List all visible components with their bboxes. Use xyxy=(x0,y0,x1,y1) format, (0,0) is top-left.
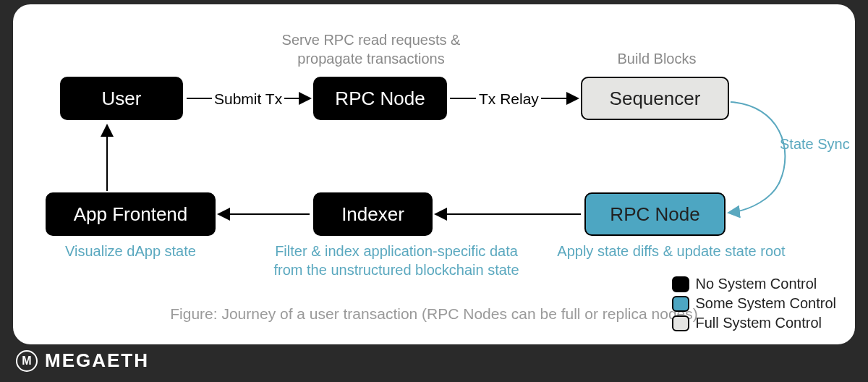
legend-row-no-control: No System Control xyxy=(672,276,836,292)
node-rpc-top: RPC Node xyxy=(313,77,447,120)
swatch-teal xyxy=(672,296,689,312)
node-rpc-bottom-label: RPC Node xyxy=(610,203,699,226)
node-indexer: Indexer xyxy=(313,192,433,236)
note-sequencer: Build Blocks xyxy=(584,49,729,68)
node-rpc-top-label: RPC Node xyxy=(335,88,425,110)
node-sequencer: Sequencer xyxy=(581,77,729,120)
note-rpc-bottom: Apply state diffs & update state root xyxy=(541,242,801,260)
brand-mark-icon: M xyxy=(16,350,38,372)
edge-state-sync-label: State Sync xyxy=(780,136,850,152)
swatch-black xyxy=(672,276,689,292)
note-app-frontend: Visualize dApp state xyxy=(46,242,216,260)
node-app-frontend: App Frontend xyxy=(46,192,216,236)
brand: M MEGAETH xyxy=(16,349,149,372)
legend: No System Control Some System Control Fu… xyxy=(672,273,836,331)
note-rpc-top: Serve RPC read requests & propagate tran… xyxy=(259,30,483,68)
edge-tx-relay-label: Tx Relay xyxy=(479,90,539,107)
swatch-light xyxy=(672,315,689,331)
node-app-frontend-label: App Frontend xyxy=(74,203,188,226)
node-user: User xyxy=(60,77,183,120)
brand-name: MEGAETH xyxy=(45,349,149,372)
node-sequencer-label: Sequencer xyxy=(610,88,701,110)
note-indexer: Filter & index application-specific data… xyxy=(255,242,537,279)
edge-submit-tx-label: Submit Tx xyxy=(214,90,283,107)
legend-row-full-control: Full System Control xyxy=(672,315,836,331)
legend-full-control-label: Full System Control xyxy=(695,315,822,331)
legend-some-control-label: Some System Control xyxy=(695,295,836,312)
node-user-label: User xyxy=(102,88,142,110)
legend-row-some-control: Some System Control xyxy=(672,295,836,312)
diagram-panel: User Serve RPC read requests & propagate… xyxy=(13,4,855,344)
node-indexer-label: Indexer xyxy=(341,203,404,226)
legend-no-control-label: No System Control xyxy=(695,276,817,292)
node-rpc-bottom: RPC Node xyxy=(584,192,726,236)
